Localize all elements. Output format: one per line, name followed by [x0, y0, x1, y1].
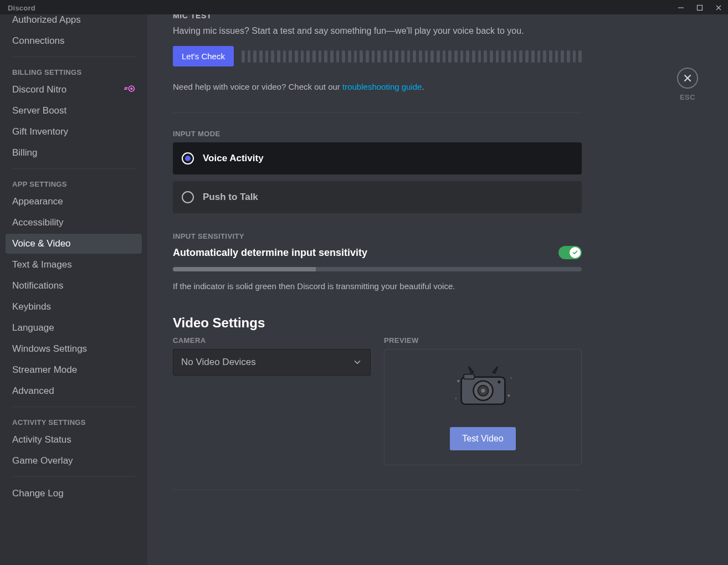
sidebar-item-appearance[interactable]: Appearance	[6, 192, 142, 212]
svg-rect-0	[698, 6, 703, 11]
close-settings-button[interactable]	[677, 68, 698, 89]
sidebar-separator	[12, 407, 135, 407]
content-divider	[173, 490, 582, 490]
sidebar-item-gift-inventory[interactable]: Gift Inventory	[6, 122, 142, 142]
sidebar-item-activity-status[interactable]: Activity Status	[6, 430, 142, 450]
preview-column: PREVIEW	[384, 336, 582, 465]
window-titlebar: Discord	[0, 0, 728, 14]
sidebar-item-label: Advanced	[12, 386, 54, 397]
sidebar-item-label: Discord Nitro	[12, 84, 66, 95]
sidebar-item-billing[interactable]: Billing	[6, 143, 142, 163]
check-icon	[572, 249, 578, 256]
minimize-button[interactable]	[671, 1, 690, 14]
sidebar-item-label: Connections	[12, 35, 65, 47]
sidebar-item-discord-nitro[interactable]: Discord Nitro	[6, 80, 142, 100]
sidebar-item-connections[interactable]: Connections	[6, 31, 142, 51]
sidebar-item-windows-settings[interactable]: Windows Settings	[6, 339, 142, 359]
sidebar-item-label: Keybinds	[12, 301, 51, 312]
app-name: Discord	[0, 4, 35, 12]
auto-sensitivity-toggle[interactable]	[558, 246, 582, 259]
input-mode-heading: INPUT MODE	[173, 130, 582, 138]
sidebar-item-label: Server Boost	[12, 105, 66, 116]
mic-test-row: Let's Check	[173, 46, 582, 66]
input-sensitivity-heading: INPUT SENSITIVITY	[173, 232, 582, 240]
camera-placeholder-icon	[444, 363, 522, 413]
maximize-button[interactable]	[690, 1, 709, 14]
radio-label: Push to Talk	[203, 192, 258, 203]
sidebar-separator	[12, 56, 135, 57]
mic-test-heading: MIC TEST	[173, 14, 582, 20]
sidebar-item-language[interactable]: Language	[6, 318, 142, 338]
sidebar-item-label: Notifications	[12, 280, 64, 291]
sidebar-item-game-overlay[interactable]: Game Overlay	[6, 451, 142, 471]
sidebar-item-label: Gift Inventory	[12, 126, 68, 137]
sidebar-separator	[12, 476, 135, 477]
sidebar-separator	[12, 168, 135, 169]
svg-point-7	[481, 389, 485, 393]
sidebar-item-label: Appearance	[12, 196, 63, 207]
settings-content: MIC TEST Having mic issues? Start a test…	[147, 14, 607, 565]
sidebar-item-label: Text & Images	[12, 259, 72, 270]
mic-level-meter	[242, 50, 582, 63]
sidebar-item-change-log[interactable]: Change Log	[6, 484, 142, 504]
lets-check-button[interactable]: Let's Check	[173, 46, 234, 66]
sidebar-item-accessibility[interactable]: Accessibility	[6, 213, 142, 233]
video-preview-panel: Test Video	[384, 349, 582, 465]
camera-column: CAMERA No Video Devices	[173, 336, 371, 465]
sidebar-item-text-images[interactable]: Text & Images	[6, 255, 142, 275]
preview-label: PREVIEW	[384, 336, 582, 345]
radio-voice-activity[interactable]: Voice Activity	[173, 142, 582, 174]
esc-label: ESC	[680, 93, 695, 101]
sidebar-item-server-boost[interactable]: Server Boost	[6, 101, 142, 121]
auto-sensitivity-label: Automatically determine input sensitivit…	[173, 247, 367, 259]
sidebar-item-notifications[interactable]: Notifications	[6, 276, 142, 296]
sidebar-item-streamer-mode[interactable]: Streamer Mode	[6, 360, 142, 380]
sidebar-item-label: Windows Settings	[12, 343, 87, 355]
window-controls	[671, 1, 728, 14]
mic-test-description: Having mic issues? Start a test and say …	[173, 24, 582, 37]
test-video-button[interactable]: Test Video	[450, 427, 515, 450]
sensitivity-hint: If the indicator is solid green then Dis…	[173, 281, 582, 291]
close-settings: ESC	[677, 68, 698, 101]
sidebar-item-label: Activity Status	[12, 434, 71, 445]
sidebar-item-label: Change Log	[12, 488, 64, 499]
mic-help-prefix: Need help with voice or video? Check out…	[173, 82, 342, 91]
video-settings-row: CAMERA No Video Devices PREVIEW	[173, 336, 582, 465]
sidebar-item-label: Authorized Apps	[12, 14, 81, 25]
mic-help-suffix: .	[422, 82, 424, 91]
radio-label: Voice Activity	[203, 153, 264, 164]
settings-sidebar: Authorized Apps Connections BILLING SETT…	[0, 14, 147, 565]
content-divider	[173, 112, 582, 113]
sensitivity-fill	[173, 267, 316, 271]
sidebar-item-label: Streamer Mode	[12, 364, 77, 376]
auto-sensitivity-row: Automatically determine input sensitivit…	[173, 246, 582, 259]
sidebar-item-authorized-apps[interactable]: Authorized Apps	[6, 14, 142, 30]
sidebar-item-label: Voice & Video	[12, 238, 71, 249]
svg-rect-4	[464, 374, 474, 379]
sidebar-item-voice-video[interactable]: Voice & Video	[6, 234, 142, 254]
sidebar-heading-app: APP SETTINGS	[6, 180, 142, 188]
troubleshooting-link[interactable]: troubleshooting guide	[342, 82, 422, 91]
svg-point-8	[498, 381, 500, 383]
app-body: Authorized Apps Connections BILLING SETT…	[0, 14, 728, 565]
chevron-down-icon	[352, 357, 362, 367]
camera-select[interactable]: No Video Devices	[173, 349, 371, 376]
sidebar-heading-billing: BILLING SETTINGS	[6, 68, 142, 76]
close-window-button[interactable]	[709, 1, 728, 14]
toggle-knob	[570, 247, 581, 258]
sidebar-item-label: Game Overlay	[12, 455, 73, 466]
radio-push-to-talk[interactable]: Push to Talk	[173, 181, 582, 213]
camera-label: CAMERA	[173, 336, 371, 345]
close-icon	[683, 74, 692, 83]
sidebar-item-label: Language	[12, 322, 54, 333]
sensitivity-meter[interactable]	[173, 267, 582, 271]
svg-point-2	[130, 88, 132, 90]
radio-icon	[182, 191, 194, 203]
video-settings-heading: Video Settings	[173, 315, 582, 331]
sidebar-item-label: Accessibility	[12, 217, 64, 228]
radio-icon	[182, 152, 194, 165]
sidebar-item-advanced[interactable]: Advanced	[6, 381, 142, 401]
mic-help-text: Need help with voice or video? Check out…	[173, 82, 582, 91]
sidebar-item-label: Billing	[12, 147, 37, 158]
sidebar-item-keybinds[interactable]: Keybinds	[6, 297, 142, 317]
